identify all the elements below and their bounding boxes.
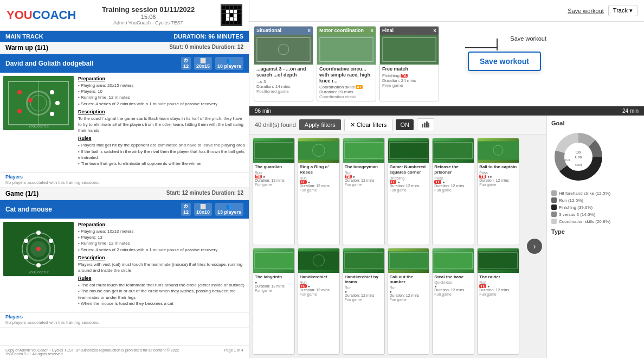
duration-bar: 96 min 24 min <box>249 106 644 116</box>
wc-motor-header: Motor coordination × <box>317 27 376 35</box>
drill1-desc-title: Description <box>78 109 246 114</box>
drills-main: 40 drill(s) found Apply filters ✕ Clear … <box>249 116 546 358</box>
doc-footer: Copy of Admin YouCoach - Cycles TEST. Un… <box>0 346 249 358</box>
svg-rect-27 <box>422 124 423 127</box>
wc-situational-close[interactable]: × <box>307 28 311 34</box>
svg-text:Cor: Cor <box>565 158 570 162</box>
on-button[interactable]: ON <box>396 119 414 130</box>
legend-dot-4 <box>551 212 557 217</box>
drill1-players: Players No players associated with this … <box>0 172 249 188</box>
chart-goal-title: Goal <box>551 120 640 126</box>
right-content: Save workout Save workout Situational × <box>249 22 644 358</box>
session-admin: Admin YouCoach - Cycles TEST <box>76 20 221 25</box>
warm-up-header: Warm up (1/1) Start: 0 minutes Duration:… <box>0 42 249 54</box>
footer-copyright: Copy of Admin YouCoach - Cycles TEST. Un… <box>5 348 179 356</box>
legend-item-5: Coordination skills (20.8%) <box>551 219 640 224</box>
right-panel: Save workout Track ▾ Save workout Save w… <box>249 0 644 358</box>
main-track-duration: DURATION: 96 MINUTES <box>173 33 243 40</box>
wc-motor-img <box>317 35 376 65</box>
wc-motor-tag: Coordination circuit <box>319 94 373 99</box>
workout-card-final[interactable]: Final × Free match Finishing TA Duration… <box>379 26 439 101</box>
wc-motor-close[interactable]: × <box>370 28 373 34</box>
svg-rect-29 <box>426 122 428 127</box>
wc-final-duration: Duration: 24 mins <box>382 78 436 83</box>
drill-card-labyrinth[interactable]: The labyrinth ● Duration: 12 mins Fun ga… <box>253 248 295 355</box>
clear-filters-button[interactable]: ✕ Clear filters <box>344 119 393 131</box>
document-panel: YOUCOACH Training session 01/11/2022 15:… <box>0 0 249 358</box>
save-workout-top-link[interactable]: Save workout <box>568 8 604 14</box>
wc-final-tag: Free game <box>382 83 436 88</box>
drill2-desc-title: Description <box>78 255 246 260</box>
svg-point-5 <box>28 98 33 103</box>
drill1-icon-field: ⬜20x15 <box>194 57 212 70</box>
drill1-icons: ⏱12 ⬜20x15 👥10 players <box>181 57 243 70</box>
svg-point-6 <box>17 109 22 113</box>
drill1-prep-text: • Playing area: 20x15 meters • Players: … <box>78 82 246 107</box>
svg-rect-49 <box>388 251 429 270</box>
svg-point-17 <box>24 255 28 259</box>
watermark2: YouCoach.it <box>28 270 49 274</box>
save-workout-overlay: Save workout Save workout <box>468 52 541 71</box>
drill-card-raider[interactable]: The raider Run TE ● Duration: 12 mins Fu… <box>477 248 519 355</box>
drill1-image: YouCoach.it <box>3 76 74 130</box>
drill-card-prisoner[interactable]: Release the prisoner Pass TE ● Duration:… <box>432 138 474 245</box>
logo-you: YOU <box>7 8 33 22</box>
legend-item-4: 3 versus 3 (14.6%) <box>551 212 640 217</box>
right-top-bar: Save workout Track ▾ <box>249 0 644 22</box>
track-button[interactable]: Track ▾ <box>608 5 637 16</box>
chart-button[interactable] <box>417 118 434 131</box>
drill-card-numbered[interactable]: Game: Numbered squares corner Dribbling … <box>388 138 430 245</box>
save-workout-tooltip: Save workout <box>510 35 546 42</box>
scroll-right-button[interactable]: › <box>527 239 542 254</box>
wc-situational-tag: Positioned game <box>256 89 311 94</box>
wc-situational-title: ...against 3 - ...on and search ...of de… <box>256 66 311 78</box>
wc-final-header: Final × <box>380 27 439 35</box>
drill2-rules-title: Rules <box>78 276 246 281</box>
svg-point-18 <box>24 239 28 243</box>
drill-card-guardian[interactable]: The guardian Run TE ● Duration: 12 mins … <box>253 138 295 245</box>
drill-card-handkerchief-teams[interactable]: Handkerchief by teams Run ● Duration: 12… <box>343 248 385 355</box>
chart-legend: Hit forehand strike (12.5%) Run (12.5%) … <box>551 190 640 224</box>
legend-dot-1 <box>551 190 557 196</box>
svg-text:Col: Col <box>576 150 582 154</box>
main-track-label: MAIN TRACK <box>5 33 43 40</box>
svg-rect-45 <box>298 251 339 270</box>
wc-motor-skill: Coordination skills AT <box>319 85 373 90</box>
svg-point-3 <box>30 95 47 111</box>
drill1-content: YouCoach.it Preparation • Playing area: … <box>0 73 249 172</box>
drill2-prep-text: • Playing area: 10x10 meters • Players: … <box>78 228 246 253</box>
apply-filters-button[interactable]: Apply filters <box>299 119 341 130</box>
drill-card-steal-base[interactable]: Steal the base Quickness ● Duration: 12 … <box>432 248 474 355</box>
workout-card-situational[interactable]: Situational × ...against 3 - ...on and s… <box>254 26 313 101</box>
drill1-header: David and Goliath dodgeball ⏱12 ⬜20x15 👥… <box>0 54 249 73</box>
logo: YOUCOACH <box>7 8 76 22</box>
save-workout-button[interactable]: Save workout <box>468 52 541 71</box>
duration-total: 96 min <box>255 108 271 114</box>
drill-card-callout[interactable]: Call out the number Run ● Duration: 12 m… <box>388 248 430 355</box>
drill-card-handkerchief[interactable]: Handkerchief Run TE ● Duration: 12 mins … <box>298 248 340 355</box>
drill-card-boogeyman[interactable]: The boogeyman Run TE ● Duration: 12 mins… <box>343 138 385 245</box>
svg-rect-23 <box>317 35 376 65</box>
svg-point-7 <box>50 90 54 94</box>
svg-rect-28 <box>424 123 426 127</box>
wc-final-img <box>380 35 439 65</box>
drill-card-ring[interactable]: Ring a Ring o' Roses Run TE ● Duration: … <box>298 138 340 245</box>
drill2-prep-title: Preparation <box>78 222 246 227</box>
legend-item-3: Finishing (39.6%) <box>551 204 640 210</box>
logo-coach: COACH <box>33 8 76 22</box>
drill-card-captain[interactable]: Ball to the captain Pass TE ●● Duration:… <box>477 138 519 245</box>
footer-page: Page 1 of 4 <box>224 348 243 356</box>
chart-type-title: Type <box>551 228 640 235</box>
svg-text:Cncl: Cncl <box>575 163 582 167</box>
wc-final-close[interactable]: × <box>433 28 436 34</box>
svg-rect-30 <box>428 123 429 127</box>
chart-sidebar: Goal <box>546 116 644 358</box>
workout-card-motor[interactable]: Motor coordination × Coordinative circu.… <box>317 26 376 101</box>
wc-situational-img <box>254 35 313 65</box>
legend-dot-2 <box>551 197 557 203</box>
drills-grid: The guardian Run TE ● Duration: 12 mins … <box>249 135 523 358</box>
players2-label: Players <box>5 314 23 319</box>
svg-point-15 <box>49 255 53 259</box>
doc-header: YOUCOACH Training session 01/11/2022 15:… <box>0 0 249 31</box>
drill1-icon-time: ⏱12 <box>181 57 191 70</box>
